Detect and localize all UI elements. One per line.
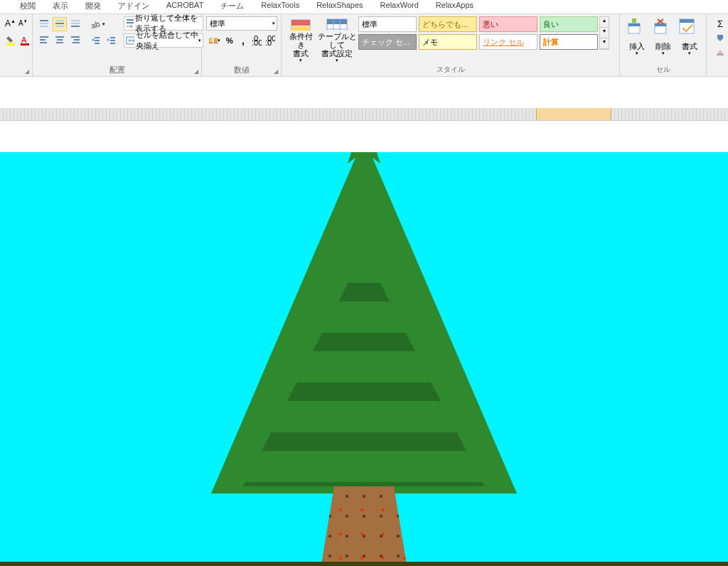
tab-acrobat[interactable]: ACROBAT: [158, 0, 212, 14]
style-link[interactable]: リンク セル: [479, 34, 537, 50]
group-number: 標準 ▾ 💴▾ % , .0.00 .00.0 数値◢: [202, 14, 282, 76]
merge-center-label: セルを結合して中央揃え: [136, 30, 198, 51]
accounting-format-button[interactable]: 💴▾: [206, 33, 222, 48]
insert-cells-button[interactable]: 挿入▾: [624, 16, 649, 63]
svg-text:ab: ab: [91, 19, 101, 30]
tab-view[interactable]: 表示: [44, 0, 77, 14]
orientation-button[interactable]: ab▾: [88, 17, 108, 31]
percent-style-button[interactable]: %: [223, 33, 235, 48]
svg-rect-48: [632, 18, 636, 23]
delete-cells-button[interactable]: 削除▾: [651, 16, 675, 63]
dialog-launcher-icon[interactable]: ◢: [194, 68, 198, 75]
number-format-value: 標準: [210, 18, 225, 29]
column-headers[interactable]: [0, 108, 728, 121]
align-center-button[interactable]: [53, 33, 67, 47]
svg-rect-22: [95, 37, 100, 38]
formula-strip: [0, 108, 728, 152]
dialog-launcher-icon[interactable]: ◢: [25, 68, 29, 75]
font-color-button[interactable]: A: [18, 33, 31, 48]
style-bad[interactable]: 悪い: [479, 16, 537, 32]
number-format-combo[interactable]: 標準 ▾: [206, 16, 277, 31]
cellart-trunk: [321, 486, 407, 565]
svg-rect-38: [291, 26, 310, 31]
gallery-scroll-down-icon[interactable]: ▾: [600, 28, 609, 38]
ribbon: A▲ A▼ A ◢: [0, 14, 728, 77]
group-editing: Σ: [707, 14, 728, 76]
group-editing-label: [711, 65, 724, 76]
worksheet-canvas[interactable]: [0, 152, 728, 566]
align-left-button[interactable]: [37, 33, 51, 47]
tab-developer[interactable]: 開発: [77, 0, 109, 14]
autosum-button[interactable]: Σ: [711, 16, 728, 31]
svg-rect-24: [95, 43, 100, 44]
tab-relaxshapes[interactable]: RelaxShapes: [308, 0, 371, 14]
conditional-formatting-button[interactable]: 条件付き 書式▾: [286, 16, 316, 63]
svg-rect-16: [57, 39, 63, 41]
style-check[interactable]: チェック セ...: [358, 34, 417, 50]
tab-relaxapps[interactable]: RelaxApps: [427, 0, 482, 14]
group-font-label: ◢: [4, 65, 28, 76]
merge-center-button[interactable]: セルを結合して中央揃え ▾: [124, 33, 203, 48]
svg-rect-37: [291, 20, 310, 26]
svg-rect-11: [71, 26, 80, 27]
style-good[interactable]: 良い: [540, 16, 598, 32]
chevron-down-icon: ▾: [272, 21, 275, 26]
align-bottom-button[interactable]: [68, 17, 82, 31]
group-cells-label: セル: [624, 65, 702, 76]
fill-button[interactable]: [711, 31, 728, 45]
clear-button[interactable]: [711, 45, 728, 59]
format-cells-label: 書式: [682, 42, 697, 50]
style-normal[interactable]: 標準: [358, 16, 417, 32]
style-calc[interactable]: 計算: [540, 34, 598, 50]
gallery-scroll-up-icon[interactable]: ▴: [600, 17, 609, 28]
decrease-indent-button[interactable]: [88, 33, 102, 47]
svg-rect-8: [55, 26, 64, 27]
comma-style-button[interactable]: ,: [237, 33, 249, 48]
svg-rect-26: [110, 40, 115, 41]
tab-relaxtools[interactable]: RelaxTools: [252, 0, 308, 14]
increase-indent-button[interactable]: [104, 33, 118, 47]
svg-rect-28: [127, 19, 134, 21]
decrease-decimal-button[interactable]: .00.0: [264, 33, 277, 48]
svg-rect-4: [40, 23, 48, 24]
align-right-button[interactable]: [68, 33, 82, 47]
dialog-launcher-icon[interactable]: ◢: [274, 68, 278, 75]
group-styles-label: スタイル: [286, 65, 615, 76]
grow-font-button[interactable]: A▲: [4, 16, 16, 31]
conditional-formatting-label: 条件付き 書式: [286, 32, 316, 58]
svg-rect-2: [21, 43, 29, 46]
tab-addins[interactable]: アドイン: [109, 0, 158, 14]
group-styles: 条件付き 書式▾ テーブルとして 書式設定▾ 標準 どちらでも... 悪い 良い…: [282, 14, 620, 76]
increase-decimal-button[interactable]: .0.00: [251, 33, 263, 48]
svg-text:.0: .0: [265, 38, 272, 46]
fill-color-button[interactable]: [4, 33, 17, 48]
chevron-down-icon: ▾: [198, 38, 201, 43]
svg-rect-17: [56, 42, 63, 43]
align-top-button[interactable]: [37, 17, 51, 31]
cellart-ground: [0, 562, 728, 566]
tab-team[interactable]: チーム: [212, 0, 252, 14]
tab-relaxword[interactable]: RelaxWord: [372, 0, 427, 14]
svg-rect-47: [628, 23, 640, 26]
gallery-more-icon[interactable]: ▾: [600, 38, 609, 49]
svg-rect-10: [71, 23, 80, 24]
svg-rect-9: [71, 20, 80, 21]
shrink-font-button[interactable]: A▼: [18, 16, 28, 31]
format-cells-button[interactable]: 書式▾: [677, 16, 702, 63]
wrap-text-button[interactable]: 折り返して全体を表示する: [124, 16, 203, 31]
group-alignment-label: 配置◢: [37, 65, 197, 76]
format-as-table-button[interactable]: テーブルとして 書式設定▾: [317, 16, 357, 63]
cell-styles-gallery[interactable]: 標準 どちらでも... 悪い 良い チェック セ... メモ リンク セル 計算: [358, 16, 598, 50]
group-alignment: ab▾ 折り返して全体を表示する セルを結合して中央揃え ▾ 配置◢: [33, 14, 202, 76]
style-memo[interactable]: メモ: [419, 34, 477, 50]
style-neutral[interactable]: どちらでも...: [419, 16, 477, 32]
tab-review[interactable]: 校閲: [11, 0, 44, 14]
group-cells: 挿入▾ 削除▾ 書式▾ セル: [620, 14, 707, 76]
svg-text:A: A: [21, 36, 27, 44]
align-middle-button[interactable]: [53, 17, 67, 31]
svg-rect-0: [6, 43, 15, 46]
svg-rect-5: [40, 26, 48, 27]
svg-rect-15: [55, 36, 64, 38]
gallery-scroll[interactable]: ▴ ▾ ▾: [599, 16, 609, 50]
group-number-label: 数値◢: [206, 65, 277, 76]
